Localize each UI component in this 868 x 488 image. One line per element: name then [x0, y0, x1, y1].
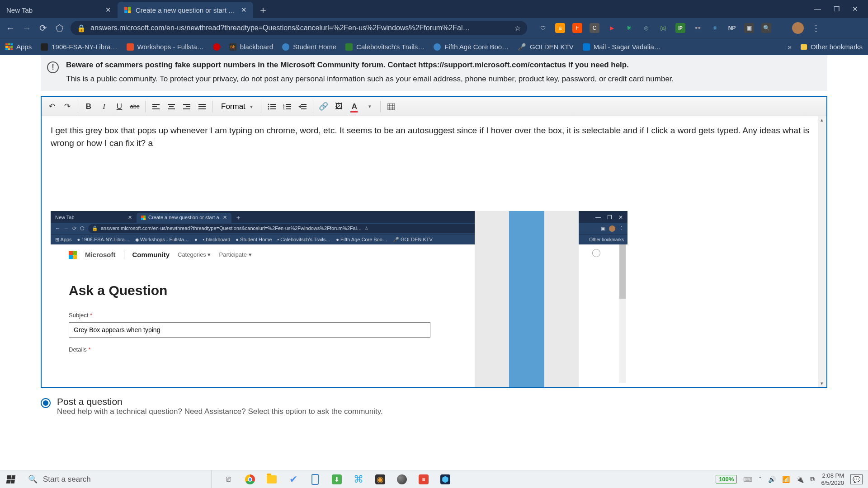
star-icon[interactable]: ☆	[514, 24, 521, 33]
bookmark-item[interactable]: Fifth Age Core Boo…	[434, 43, 509, 51]
bold-button[interactable]: B	[82, 100, 95, 113]
undo-button[interactable]: ↶	[45, 100, 59, 113]
bookmark-item[interactable]: Bbblackboard	[229, 43, 273, 51]
font-color-button[interactable]: A	[348, 100, 361, 113]
format-dropdown[interactable]: Format ▾	[217, 102, 257, 111]
bookmark-item[interactable]: Mail - Sagar Vadalia…	[583, 43, 661, 51]
browser-titlebar: New Tab ✕ Create a new question or start…	[0, 0, 868, 18]
redo-button[interactable]: ↷	[61, 100, 74, 113]
steam-icon[interactable]	[392, 470, 412, 488]
ext-c-icon[interactable]: C	[590, 23, 599, 33]
apps-icon	[5, 43, 13, 51]
bookmark-item[interactable]: Workshops - Fullsta…	[127, 43, 204, 51]
notifications-icon[interactable]: 💬	[850, 474, 863, 484]
minimize-button[interactable]: —	[814, 5, 821, 13]
maximize-button[interactable]: ❐	[834, 5, 840, 13]
number-list-button[interactable]: 123	[280, 100, 294, 113]
radio-title: Post a question	[57, 396, 383, 407]
dropbox-icon[interactable]: ⧉	[810, 475, 815, 483]
apps-button[interactable]: Apps	[5, 43, 32, 51]
back-button[interactable]: ←	[5, 23, 15, 33]
bookmark-item[interactable]: Calebovitsch's Trails…	[345, 43, 425, 51]
italic-button[interactable]: I	[97, 100, 111, 113]
ext-evernote-icon[interactable]: ❋	[624, 23, 634, 33]
menu-button[interactable]: ⋮	[811, 23, 821, 33]
vscode-icon[interactable]: ⌘	[348, 470, 369, 488]
bookmark-item[interactable]	[213, 43, 220, 51]
reload-button[interactable]: ⟳	[38, 23, 48, 33]
ext-glasses-icon[interactable]: 👓	[693, 23, 703, 33]
link-button[interactable]: 🔗	[317, 100, 330, 113]
ext-circle-icon[interactable]: ◎	[641, 23, 651, 33]
bookmarks-overflow[interactable]: »	[788, 43, 792, 51]
ext-search-icon[interactable]: 🔍	[761, 23, 771, 33]
input-icon[interactable]: ⌨	[743, 476, 752, 483]
phone-icon[interactable]	[305, 470, 326, 488]
start-button[interactable]	[0, 470, 22, 488]
svg-marker-25	[298, 105, 301, 108]
bookmark-item[interactable]: 🎤GOLDEN KTV	[518, 43, 574, 51]
tray-chevron-icon[interactable]: ˄	[759, 476, 762, 483]
close-icon[interactable]: ✕	[241, 6, 247, 14]
lock-icon: 🔒	[77, 24, 86, 33]
power-icon[interactable]: 🔌	[796, 476, 804, 483]
close-window-button[interactable]: ✕	[852, 5, 858, 13]
ext-play-icon[interactable]: ▶	[607, 23, 617, 33]
bullet-list-button[interactable]	[265, 100, 278, 113]
bookmark-item[interactable]: Student Home	[282, 43, 336, 51]
align-right-button[interactable]	[180, 100, 193, 113]
ext-ip-icon[interactable]: IP	[675, 23, 685, 33]
bookmark-item[interactable]: 1906-FSA-NY-Libra…	[41, 43, 117, 51]
krita-icon[interactable]: ◉	[370, 470, 391, 488]
underline-button[interactable]: U	[113, 100, 126, 113]
taskview-icon[interactable]: ⎚	[218, 470, 239, 488]
chevron-down-icon: ▾	[250, 103, 253, 110]
scroll-up-icon[interactable]: ▴	[818, 116, 826, 124]
ext-np-icon[interactable]: NP	[727, 23, 737, 33]
notice-line2: This is a public community. To protect y…	[66, 74, 819, 85]
strike-button[interactable]: abc	[128, 100, 142, 113]
outdent-button[interactable]	[296, 100, 309, 113]
align-center-button[interactable]	[165, 100, 178, 113]
clock[interactable]: 2:08 PM 6/5/2020	[821, 472, 844, 486]
image-button[interactable]: 🖼	[332, 100, 346, 113]
taskbar-search[interactable]: 🔍 Start a search	[22, 470, 212, 488]
tab-new-tab[interactable]: New Tab ✕	[0, 2, 118, 18]
ext-react-icon[interactable]: ⚛	[710, 23, 720, 33]
ext-box1-icon[interactable]: ▣	[744, 23, 754, 33]
align-justify-button[interactable]	[195, 100, 209, 113]
editor-body[interactable]: I get this grey box that pops up wheneve…	[42, 116, 826, 387]
home-button[interactable]: ⬠	[54, 23, 64, 33]
app-dark-icon[interactable]: ⬢	[435, 470, 456, 488]
radio-selected-icon[interactable]	[41, 398, 51, 408]
ext-brave-icon[interactable]: 🛡	[538, 23, 548, 33]
chrome-icon[interactable]	[240, 470, 260, 488]
new-tab-button[interactable]: ＋	[256, 3, 270, 17]
ext-f-icon[interactable]: F	[572, 23, 582, 33]
tab-active[interactable]: Create a new question or start a d ✕	[118, 2, 253, 18]
app-green-icon[interactable]: ⬇	[326, 470, 347, 488]
editor-text: I get this grey box that pops up wheneve…	[51, 126, 809, 148]
todo-icon[interactable]: ✔	[283, 470, 304, 488]
scroll-down-icon[interactable]: ▾	[818, 380, 826, 387]
ext-a-icon[interactable]: a	[555, 23, 565, 33]
ext-braces-icon[interactable]: {a}	[658, 23, 668, 33]
wifi-icon[interactable]: 📶	[782, 476, 790, 483]
forward-button[interactable]: →	[22, 23, 32, 33]
profile-avatar[interactable]	[792, 22, 804, 34]
warning-icon: !	[47, 61, 59, 73]
font-color-caret[interactable]: ▾	[363, 100, 377, 113]
close-icon[interactable]: ✕	[105, 6, 111, 14]
todoist-icon[interactable]: ≡	[413, 470, 434, 488]
battery-indicator[interactable]: 100%	[716, 475, 737, 483]
align-left-button[interactable]	[149, 100, 163, 113]
ms-favicon	[124, 6, 131, 14]
table-button[interactable]	[384, 100, 398, 113]
post-type-radio[interactable]: Post a question Need help with a technic…	[41, 396, 827, 416]
editor-scrollbar[interactable]: ▴ ▾	[818, 116, 826, 387]
svg-point-12	[268, 103, 269, 105]
omnibox[interactable]: 🔒 answers.microsoft.com/en-us/newthread?…	[71, 21, 527, 35]
explorer-icon[interactable]	[261, 470, 282, 488]
volume-icon[interactable]: 🔊	[768, 476, 776, 483]
other-bookmarks[interactable]: Other bookmarks	[801, 43, 863, 51]
